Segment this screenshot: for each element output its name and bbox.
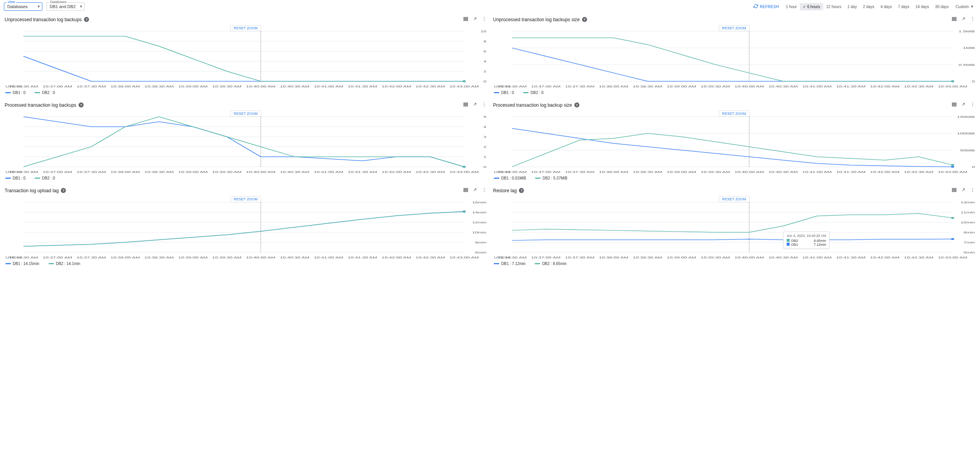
legend-toggle-icon[interactable] [463, 102, 468, 108]
svg-text:10:42:00 AM: 10:42:00 AM [870, 170, 899, 174]
help-icon[interactable]: ? [84, 17, 89, 22]
svg-rect-138 [464, 191, 468, 192]
chart-legend: DB1 : 0.01MiB DB2 : 5.37MiB [492, 175, 976, 181]
legend-item[interactable]: DB1 : 0 [5, 176, 25, 180]
legend-item[interactable]: DB2 : 5.37MiB [535, 176, 567, 180]
time-range-1-hour[interactable]: 1 hour [783, 3, 800, 10]
reset-zoom-button[interactable]: RESET ZOOM [230, 111, 261, 117]
svg-text:5: 5 [483, 115, 487, 119]
more-icon[interactable] [482, 102, 487, 108]
chart-legend: DB1 : 0 DB2 : 0 [4, 175, 488, 181]
legend-toggle-icon[interactable] [951, 102, 957, 108]
svg-text:10:38:30 AM: 10:38:30 AM [633, 256, 662, 259]
refresh-button[interactable]: REFRESH [751, 3, 781, 10]
time-range-30-days[interactable]: 30 days [932, 3, 952, 10]
time-range-buttons: 1 hour✓6 hours12 hours1 day2 days4 days7… [783, 3, 952, 10]
svg-text:8: 8 [483, 40, 487, 43]
chart-title: Restore lag [493, 188, 517, 193]
svg-text:10:41:00 AM: 10:41:00 AM [314, 256, 343, 259]
svg-text:10:37:30 AM: 10:37:30 AM [565, 256, 594, 259]
time-range-7-days[interactable]: 7 days [895, 3, 912, 10]
time-range-14-days[interactable]: 14 days [913, 3, 932, 10]
svg-point-67 [951, 81, 954, 82]
time-range-2-days[interactable]: 2 days [860, 3, 877, 10]
legend-toggle-icon[interactable] [951, 16, 957, 23]
svg-text:10:40:30 AM: 10:40:30 AM [769, 85, 798, 88]
help-icon[interactable]: ? [574, 102, 579, 107]
legend-item[interactable]: DB1 : 0 [5, 91, 25, 95]
help-icon[interactable]: ? [61, 188, 66, 193]
chart-area[interactable]: RESET ZOOM6min8min10min12min14min16minUT… [4, 195, 488, 261]
more-icon[interactable] [970, 102, 975, 108]
reset-zoom-button[interactable]: RESET ZOOM [230, 25, 261, 31]
svg-text:13min: 13min [961, 201, 975, 204]
legend-toggle-icon[interactable] [463, 187, 468, 194]
time-range-1-day[interactable]: 1 day [844, 3, 860, 10]
legend-item[interactable]: DB1 : 7.12min [494, 262, 525, 266]
svg-text:0: 0 [483, 165, 487, 169]
svg-text:1MiB: 1MiB [963, 46, 975, 50]
refresh-icon [753, 4, 758, 9]
reset-zoom-button[interactable]: RESET ZOOM [230, 196, 261, 202]
chevron-down-icon: ▼ [79, 5, 83, 8]
more-icon[interactable] [970, 16, 975, 23]
legend-toggle-icon[interactable] [951, 187, 957, 194]
svg-text:10:41:30 AM: 10:41:30 AM [348, 170, 377, 174]
reset-zoom-button[interactable]: RESET ZOOM [719, 25, 750, 31]
expand-icon[interactable] [961, 16, 966, 23]
expand-icon[interactable] [472, 16, 478, 23]
chart-area[interactable]: RESET ZOOM00.5MiB1MiB1.5MiBUTC+310:36:30… [492, 24, 976, 90]
svg-rect-69 [464, 104, 468, 105]
help-icon[interactable]: ? [79, 102, 84, 107]
svg-text:50MiB: 50MiB [960, 148, 975, 152]
more-icon[interactable] [482, 187, 487, 194]
svg-text:4: 4 [483, 60, 487, 63]
expand-icon[interactable] [961, 187, 966, 194]
databases-select[interactable]: Databases DB1 and DB2 ▼ [46, 2, 85, 11]
svg-text:10:42:30 AM: 10:42:30 AM [904, 170, 933, 174]
reset-zoom-button[interactable]: RESET ZOOM [719, 196, 750, 202]
svg-rect-173 [952, 190, 957, 190]
legend-item[interactable]: DB2 : 0 [523, 91, 543, 95]
svg-text:10:41:00 AM: 10:41:00 AM [802, 256, 832, 259]
legend-item[interactable]: DB1 : 14.15min [5, 262, 39, 266]
svg-point-71 [484, 102, 485, 103]
svg-text:10:36:30 AM: 10:36:30 AM [9, 170, 38, 174]
chart-grid: Unprocessed transaction log backups ? RE… [4, 15, 976, 267]
chevron-down-icon: ▼ [970, 5, 974, 8]
chart-area[interactable]: RESET ZOOM5min7min8min10min11min13minUTC… [492, 195, 976, 261]
custom-range-button[interactable]: Custom ▼ [953, 3, 976, 10]
view-select[interactable]: View Databases ▼ [4, 2, 42, 11]
svg-point-4 [484, 18, 485, 19]
time-range-12-hours[interactable]: 12 hours [823, 3, 844, 10]
svg-point-171 [463, 211, 466, 213]
legend-item[interactable]: DB2 : 0 [35, 91, 55, 95]
legend-item[interactable]: DB2 : 8.65min [535, 262, 566, 266]
legend-item[interactable]: DB1 : 0.01MiB [494, 176, 526, 180]
time-range-4-days[interactable]: 4 days [878, 3, 895, 10]
reset-zoom-button[interactable]: RESET ZOOM [719, 111, 750, 117]
svg-text:10:42:00 AM: 10:42:00 AM [870, 256, 899, 259]
more-icon[interactable] [970, 187, 975, 194]
svg-point-207 [951, 217, 954, 219]
legend-item[interactable]: DB2 : 0 [35, 176, 55, 180]
more-icon[interactable] [482, 16, 487, 23]
legend-item[interactable]: DB2 : 14.1min [49, 262, 80, 266]
expand-icon[interactable] [961, 102, 966, 108]
help-icon[interactable]: ? [582, 17, 587, 22]
svg-text:8min: 8min [963, 231, 975, 234]
chart-area[interactable]: RESET ZOOM050MiB100MiB150MiBUTC+310:36:3… [492, 110, 976, 175]
chart-area[interactable]: RESET ZOOM0246810UTC+310:36:30 AM10:37:0… [4, 24, 488, 90]
time-range-6-hours[interactable]: ✓6 hours [800, 3, 823, 10]
chart-area[interactable]: RESET ZOOM012345UTC+310:36:30 AM10:37:00… [4, 110, 488, 175]
svg-text:6min: 6min [475, 251, 486, 254]
svg-text:10:42:30 AM: 10:42:30 AM [416, 256, 445, 259]
svg-text:10:39:00 AM: 10:39:00 AM [667, 256, 696, 259]
legend-toggle-icon[interactable] [463, 16, 468, 23]
help-icon[interactable]: ? [519, 188, 524, 193]
svg-text:10:40:30 AM: 10:40:30 AM [280, 85, 309, 88]
expand-icon[interactable] [472, 102, 478, 108]
expand-icon[interactable] [472, 187, 478, 194]
legend-item[interactable]: DB1 : 0 [494, 91, 514, 95]
svg-text:10:39:00 AM: 10:39:00 AM [667, 85, 696, 88]
